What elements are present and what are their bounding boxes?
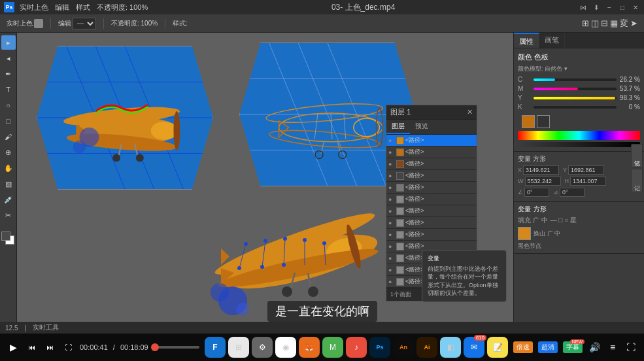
layer-eye-9[interactable]: ● [388, 232, 395, 238]
layer-row-8[interactable]: ● <路径> [386, 217, 477, 229]
properties-tab[interactable]: 属性 [514, 33, 539, 48]
preview-tab[interactable]: 预览 [410, 120, 433, 134]
share-button[interactable]: ⋈ [579, 3, 588, 12]
shear-input[interactable] [560, 188, 585, 197]
layer-row-6[interactable]: ● <路径> [386, 194, 477, 205]
play-button[interactable]: ▶ [7, 341, 20, 354]
color-spectrum-bar[interactable] [518, 131, 640, 140]
dock-preview[interactable]: ◧ [440, 337, 461, 358]
maximize-button[interactable]: □ [618, 3, 627, 12]
scissors-tool[interactable]: ✂ [1, 208, 16, 222]
dock-animate[interactable]: An [393, 337, 414, 358]
dock-photoshop[interactable]: Ps [369, 337, 390, 358]
layers-tab[interactable]: 图层 [386, 120, 410, 134]
hand-tool[interactable]: ✋ [1, 161, 16, 175]
angle-input[interactable] [524, 188, 549, 197]
layer-eye-12[interactable]: ● [388, 267, 395, 273]
dock-chrome[interactable]: ◉ [275, 337, 296, 358]
pen-tool[interactable]: ✒ [1, 67, 16, 81]
direct-select-tool[interactable]: ◂ [1, 51, 16, 65]
y-input[interactable] [568, 165, 604, 175]
w-input[interactable] [525, 177, 561, 186]
menu-button[interactable]: ≡ [606, 341, 619, 354]
layer-eye-6[interactable]: ● [388, 196, 395, 203]
eyedropper-tool[interactable]: 💉 [1, 192, 16, 207]
layer-eye-5[interactable]: ● [388, 184, 395, 191]
layer-row-5[interactable]: ● <路径> [386, 182, 477, 194]
dock-notes[interactable]: 📝 [487, 337, 508, 358]
c-slider-track[interactable] [534, 78, 617, 81]
dock-maps[interactable]: M [322, 337, 343, 358]
type-tool[interactable]: T [1, 82, 16, 97]
layer-eye-7[interactable]: ● [388, 208, 395, 215]
layer-eye-13[interactable]: ● [388, 279, 395, 285]
minimize-button[interactable]: − [605, 3, 614, 12]
layer-row-4[interactable]: ● <路径> [386, 170, 477, 182]
dock-launchpad[interactable]: ⊞ [228, 337, 249, 358]
notebook-button[interactable]: 笔记 [631, 144, 643, 167]
download-button[interactable]: ⬇ [592, 3, 601, 12]
layer-row-7[interactable]: ● <路径> [386, 205, 477, 217]
gradient-tool[interactable]: ▨ [1, 177, 16, 191]
speed-tag[interactable]: 倍速 [513, 341, 533, 353]
k-slider-track[interactable] [534, 106, 617, 109]
layer-eye-8[interactable]: ● [388, 220, 395, 226]
layer-eye-10[interactable]: ● [388, 243, 395, 250]
brush-tab[interactable]: 画笔 [539, 33, 565, 48]
toolbar-tool-select[interactable]: 实时上色 [4, 18, 46, 29]
selection-tool[interactable]: ▸ [1, 35, 16, 50]
foreground-color[interactable] [1, 232, 16, 246]
menu-item-edit[interactable]: 编辑 [55, 3, 69, 12]
layer-eye-3[interactable]: ● [388, 161, 395, 167]
y-slider-track[interactable] [534, 97, 617, 99]
foreground-swatch[interactable] [1, 232, 10, 241]
dock-music[interactable]: ♪ [346, 337, 367, 358]
zoom-tool[interactable]: ⊕ [1, 145, 16, 160]
volume-button[interactable]: 🔊 [588, 341, 601, 354]
menu-item-style[interactable]: 样式 [76, 3, 90, 12]
toolbar-opacity[interactable]: 不透明度: 100% [109, 18, 160, 29]
menu-bar[interactable]: 实时上色 编辑 样式 不透明度: 100% [20, 3, 148, 12]
quality-tag[interactable]: 超清 [538, 341, 558, 353]
window-controls[interactable]: ⋈ ⬇ − □ ✕ [579, 3, 640, 12]
next-frame-button[interactable]: ⏭ [43, 341, 56, 354]
layer-row-3[interactable]: ● <路径> [386, 158, 477, 170]
dock-preferences[interactable]: ⚙ [252, 337, 273, 358]
close-button[interactable]: ✕ [631, 3, 640, 12]
layer-row-1[interactable]: ● <路径> [386, 135, 477, 146]
fill-color-box[interactable] [518, 227, 531, 240]
h-input[interactable] [570, 177, 606, 186]
swatch-box-2[interactable] [537, 115, 550, 128]
toolbar-extra-btns[interactable]: ⊞ ◫ ⊟ ▦ 変 ➤ [579, 16, 640, 31]
fullscreen2-button[interactable]: ⛶ [624, 341, 637, 354]
stroke-btns[interactable]: — □ ○ 星 [551, 216, 577, 225]
layer-eye-1[interactable]: ● [388, 137, 395, 144]
dock-firefox[interactable]: 🦊 [299, 337, 320, 358]
subtitle-tag[interactable]: 字幕 NEW [563, 341, 583, 353]
layers-panel-close[interactable]: ✕ [467, 108, 473, 116]
dock-mail[interactable]: ✉ 610 [464, 337, 484, 358]
ellipse-tool[interactable]: ○ [1, 98, 16, 112]
dock-illustrator[interactable]: Ai [416, 337, 437, 358]
layer-row-2[interactable]: ● <路径> [386, 146, 477, 158]
swatch-box-1[interactable] [522, 115, 535, 128]
progress-bar[interactable] [154, 346, 199, 349]
layer-eye-4[interactable]: ● [388, 173, 395, 179]
m-slider-track[interactable] [534, 88, 617, 90]
tool-color-swatch[interactable] [34, 19, 43, 28]
toolbar-sample[interactable]: 样式: [170, 18, 190, 29]
x-input[interactable] [523, 165, 559, 175]
toolbar-view[interactable]: 编辑 — [56, 16, 99, 31]
rect-tool[interactable]: □ [1, 114, 16, 128]
layer-row-9[interactable]: ● <路径> [386, 229, 477, 241]
color-black-bar[interactable] [518, 142, 640, 147]
fullscreen-button[interactable]: ⛶ [61, 341, 75, 354]
dock-finder[interactable]: F [205, 337, 226, 358]
menu-item-file[interactable]: 实时上色 [20, 3, 48, 12]
layer-eye-2[interactable]: ● [388, 149, 395, 156]
view-select[interactable]: — [73, 18, 96, 29]
prev-frame-button[interactable]: ⏮ [25, 341, 38, 354]
layer-eye-11[interactable]: ● [388, 255, 395, 262]
note-button[interactable]: 记 [631, 169, 643, 192]
brush-tool[interactable]: 🖌 [1, 129, 16, 144]
